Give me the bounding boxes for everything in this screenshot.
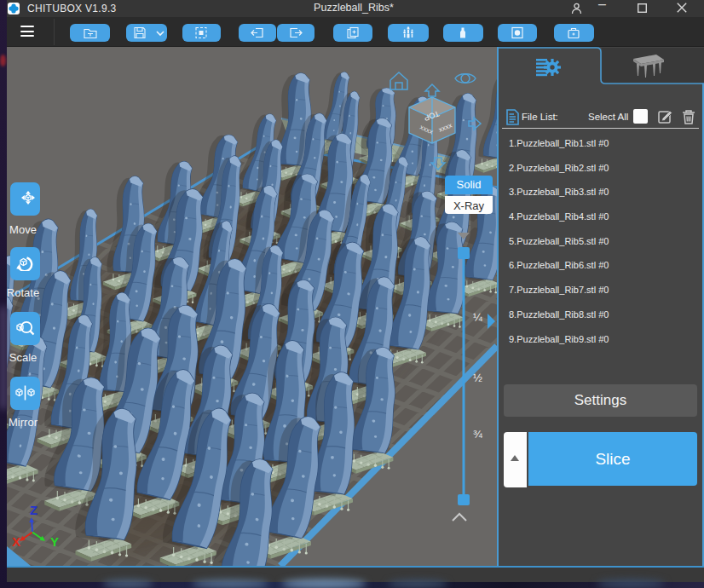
svg-text:X: X xyxy=(12,534,20,549)
svg-text:½: ½ xyxy=(473,372,482,384)
svg-text:Z: Z xyxy=(30,503,38,517)
svg-text:Y: Y xyxy=(50,534,59,549)
svg-text:¾: ¾ xyxy=(473,428,482,441)
svg-text:¼: ¼ xyxy=(473,311,482,324)
